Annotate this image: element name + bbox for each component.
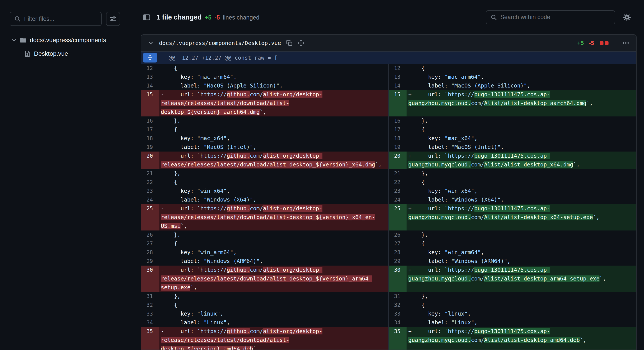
line-number-old[interactable]: 28 — [141, 248, 159, 257]
diff-row: 18 key: "mac_x64",18 key: "mac_x64", — [141, 134, 636, 143]
line-number-old[interactable]: 23 — [141, 187, 159, 195]
line-number-old[interactable]: 13 — [141, 73, 159, 81]
kebab-icon — [622, 39, 630, 47]
line-number-old[interactable]: 26 — [141, 231, 159, 239]
folder-label: docs/.vuepress/components — [30, 37, 106, 44]
line-number-old[interactable]: 25 — [141, 204, 159, 231]
line-number-old[interactable]: 30 — [141, 266, 159, 292]
line-number-old[interactable]: 29 — [141, 257, 159, 266]
line-number-old[interactable]: 15 — [141, 90, 159, 116]
line-number-old[interactable]: 31 — [141, 292, 159, 301]
code-line-new: key: "linux", — [406, 309, 636, 318]
line-number-new[interactable]: 25 — [388, 204, 406, 231]
line-number-old[interactable]: 12 — [141, 64, 159, 73]
expand-hunk-button[interactable] — [143, 53, 157, 63]
diff-row: 25- url: `https://github.com/alist-org/d… — [141, 204, 636, 231]
line-number-new[interactable]: 20 — [388, 151, 406, 169]
line-number-new[interactable]: 17 — [388, 125, 406, 134]
code-line-old: - url: `https://github.com/alist-org/des… — [159, 327, 388, 350]
toggle-sidebar-button[interactable] — [143, 14, 150, 21]
diff-row: 20- url: `https://github.com/alist-org/d… — [141, 151, 636, 169]
line-number-new[interactable]: 21 — [388, 169, 406, 178]
file-menu-button[interactable] — [622, 39, 630, 47]
line-number-new[interactable]: 32 — [388, 301, 406, 309]
code-line-new: key: "win_arm64", — [406, 248, 636, 257]
line-number-new[interactable]: 13 — [388, 73, 406, 81]
diff-row: 34 label: "Linux",34 label: "Linux", — [141, 318, 636, 327]
collapse-file-button[interactable] — [148, 40, 154, 46]
tree-file-row[interactable]: Desktop.vue — [12, 47, 120, 61]
unfold-icon — [147, 55, 153, 61]
filter-options-button[interactable] — [106, 12, 120, 26]
line-number-old[interactable]: 22 — [141, 178, 159, 187]
line-number-old[interactable]: 16 — [141, 116, 159, 125]
line-number-new[interactable]: 26 — [388, 231, 406, 239]
changes-summary: 1 file changed +5 -5 lines changed — [156, 13, 259, 21]
code-line-old: { — [159, 64, 388, 73]
line-number-old[interactable]: 17 — [141, 125, 159, 134]
drag-handle[interactable] — [298, 40, 304, 46]
diff-row: 26 },26 }, — [141, 231, 636, 239]
line-number-old[interactable]: 20 — [141, 151, 159, 169]
files-changed-summary: 1 file changed — [156, 13, 202, 21]
diffstat-block — [605, 41, 608, 45]
line-number-new[interactable]: 34 — [388, 318, 406, 327]
line-number-new[interactable]: 31 — [388, 292, 406, 301]
diff-row: 17 {17 { — [141, 125, 636, 134]
line-number-new[interactable]: 35 — [388, 327, 406, 350]
line-number-new[interactable]: 12 — [388, 64, 406, 73]
line-number-new[interactable]: 18 — [388, 134, 406, 143]
line-number-old[interactable]: 32 — [141, 301, 159, 309]
search-within-code-input[interactable] — [486, 10, 615, 24]
file-diff-icon — [24, 50, 31, 57]
line-number-new[interactable]: 15 — [388, 90, 406, 116]
line-number-new[interactable]: 24 — [388, 195, 406, 204]
file-tree-sidebar: docs/.vuepress/components Desktop.vue — [0, 0, 130, 350]
line-number-old[interactable]: 14 — [141, 81, 159, 90]
line-number-old[interactable]: 33 — [141, 309, 159, 318]
line-number-new[interactable]: 16 — [388, 116, 406, 125]
filter-files-input[interactable] — [10, 12, 102, 26]
code-line-new: }, — [406, 292, 636, 301]
copy-icon — [286, 40, 292, 46]
code-line-new: key: "mac_x64", — [406, 134, 636, 143]
diff-row: 35- url: `https://github.com/alist-org/d… — [141, 327, 636, 350]
deletions-count: -5 — [215, 14, 220, 21]
line-number-new[interactable]: 29 — [388, 257, 406, 266]
line-number-old[interactable]: 35 — [141, 327, 159, 350]
code-line-new: }, — [406, 231, 636, 239]
line-number-new[interactable]: 27 — [388, 239, 406, 248]
code-line-new: key: "mac_arm64", — [406, 73, 636, 81]
filter-files-field[interactable] — [24, 16, 97, 22]
line-number-old[interactable]: 34 — [141, 318, 159, 327]
line-number-new[interactable]: 19 — [388, 143, 406, 151]
diff-table-body: 12 {12 {13 key: "mac_arm64",13 key: "mac… — [141, 64, 636, 350]
line-number-old[interactable]: 19 — [141, 143, 159, 151]
line-number-new[interactable]: 23 — [388, 187, 406, 195]
line-number-new[interactable]: 28 — [388, 248, 406, 257]
line-number-new[interactable]: 22 — [388, 178, 406, 187]
code-line-old: label: "Linux", — [159, 318, 388, 327]
line-number-old[interactable]: 24 — [141, 195, 159, 204]
diff-row: 15- url: `https://github.com/alist-org/d… — [141, 90, 636, 116]
file-path: docs/.vuepress/components/Desktop.vue — [159, 40, 281, 46]
move-arrows-icon — [298, 40, 304, 46]
settings-gear-icon[interactable] — [623, 13, 631, 21]
code-line-old: - url: `https://github.com/alist-org/des… — [159, 151, 388, 169]
line-number-old[interactable]: 27 — [141, 239, 159, 248]
line-number-old[interactable]: 21 — [141, 169, 159, 178]
search-within-code-field[interactable] — [500, 14, 610, 21]
line-number-new[interactable]: 33 — [388, 309, 406, 318]
code-line-new: }, — [406, 116, 636, 125]
line-number-new[interactable]: 30 — [388, 266, 406, 292]
additions-count: +5 — [205, 14, 212, 21]
diff-row: 30- url: `https://github.com/alist-org/d… — [141, 266, 636, 292]
copy-path-button[interactable] — [286, 40, 292, 46]
code-line-new: label: "MacOS (Apple Silicon)", — [406, 81, 636, 90]
file-tree: docs/.vuepress/components Desktop.vue — [12, 33, 120, 61]
tree-folder-row[interactable]: docs/.vuepress/components — [12, 33, 120, 47]
file-deletions: -5 — [589, 40, 594, 47]
line-number-old[interactable]: 18 — [141, 134, 159, 143]
diff-row: 12 {12 { — [141, 64, 636, 73]
line-number-new[interactable]: 14 — [388, 81, 406, 90]
